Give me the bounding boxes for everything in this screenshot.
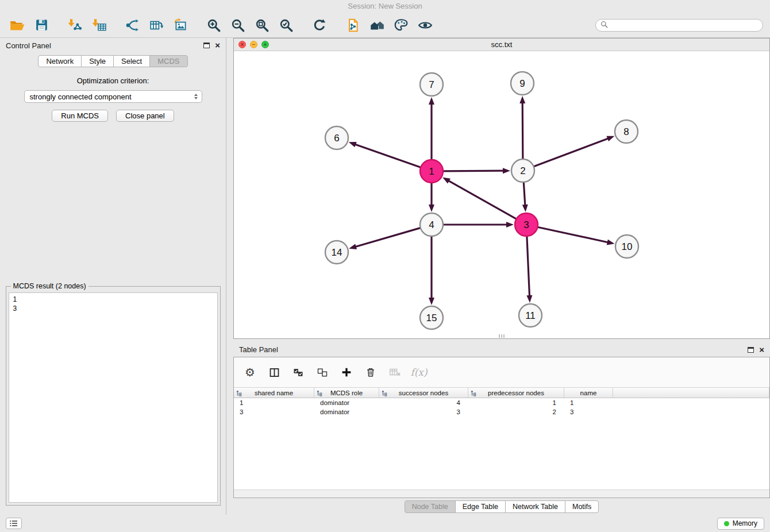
main-area: Control Panel × Network Style Select MCD… <box>0 38 770 515</box>
network-canvas[interactable]: 7968124314101511 <box>234 51 769 338</box>
graph-node-label: 2 <box>520 165 525 176</box>
graph-node-label: 7 <box>429 79 434 90</box>
table-cell: 3 <box>234 407 314 417</box>
graph-edge-arrowhead <box>429 298 434 305</box>
zoom-selected-icon[interactable] <box>276 16 297 35</box>
tab-node-table[interactable]: Node Table <box>405 500 456 513</box>
search-input[interactable] <box>611 21 758 29</box>
close-panel-icon[interactable]: × <box>215 42 220 49</box>
tab-network-table[interactable]: Network Table <box>505 500 565 513</box>
table-cell: 3 <box>379 407 468 417</box>
window-title: Session: New Session <box>348 2 422 10</box>
window-close-icon[interactable]: × <box>238 41 246 48</box>
graph-edge-2-9[interactable] <box>522 102 523 159</box>
mcds-result-groupbox: MCDS result (2 nodes) 13 <box>6 286 221 506</box>
table-panel-header: Table Panel × <box>233 342 770 357</box>
tab-mcds[interactable]: MCDS <box>149 55 187 67</box>
task-history-list-icon[interactable] <box>6 518 22 529</box>
criterion-selected-value: strongly connected component <box>30 92 132 101</box>
apply-preferred-layout-icon[interactable] <box>309 16 330 35</box>
graph-edge-3-10[interactable] <box>538 227 609 242</box>
new-table-from-network-icon[interactable] <box>146 16 167 35</box>
title-bar: Session: New Session <box>0 0 770 13</box>
column-header-mcds-role[interactable]: MCDS role <box>314 388 379 398</box>
tab-edge-table[interactable]: Edge Table <box>455 500 506 513</box>
column-header-shared-name[interactable]: shared name <box>234 388 314 398</box>
mcds-result-list: 13 <box>9 292 218 503</box>
graph-edge-arrowhead <box>522 205 528 212</box>
unselect-all-columns-icon[interactable] <box>315 365 329 379</box>
graph-node-label: 4 <box>429 219 434 230</box>
new-network-from-selection-icon[interactable] <box>122 16 143 35</box>
search-icon <box>600 20 608 30</box>
graph-edge-4-14[interactable] <box>355 228 420 247</box>
graph-edge-arrowhead <box>606 136 614 141</box>
import-table-from-file-icon[interactable] <box>88 16 109 35</box>
graph-edge-arrowhead <box>519 96 525 103</box>
table-cell: 1 <box>234 398 314 407</box>
tab-network[interactable]: Network <box>38 55 82 67</box>
graph-edge-1-6[interactable] <box>355 144 420 167</box>
graph-node-label: 9 <box>519 78 525 89</box>
zoom-out-icon[interactable] <box>228 16 248 35</box>
float-table-panel-icon[interactable] <box>748 347 754 353</box>
table-row[interactable]: 3dominator323 <box>234 407 769 417</box>
table-cell: 4 <box>379 398 468 407</box>
graph-edge-arrowhead <box>442 178 451 184</box>
graph-edge-2-8[interactable] <box>534 138 609 167</box>
zoom-fit-icon[interactable] <box>252 16 272 35</box>
criterion-select[interactable]: strongly connected component <box>24 90 202 103</box>
tab-select[interactable]: Select <box>113 55 150 67</box>
select-all-columns-icon[interactable] <box>291 365 305 379</box>
run-mcds-button[interactable]: Run MCDS <box>52 110 108 122</box>
graph-edge-2-3[interactable] <box>523 183 525 206</box>
table-cell-filler <box>613 407 769 417</box>
export-image-icon[interactable] <box>170 16 191 35</box>
search-box[interactable] <box>595 19 763 32</box>
node-table-rows: 1dominator4113dominator323 <box>234 398 769 489</box>
style-brush-icon[interactable] <box>391 16 411 35</box>
close-table-panel-icon[interactable]: × <box>759 346 764 353</box>
network-window-titlebar: × − + scc.txt <box>234 38 769 51</box>
optimization-criterion-label: Optimization criterion: <box>77 76 149 85</box>
column-header-predecessor-nodes[interactable]: predecessor nodes <box>468 388 564 398</box>
control-panel: Control Panel × Network Style Select MCD… <box>0 38 226 515</box>
result-line: 1 <box>13 295 213 304</box>
window-minimize-icon[interactable]: − <box>250 41 257 48</box>
function-builder-icon[interactable]: f(x) <box>412 365 426 379</box>
zoom-in-icon[interactable] <box>203 16 224 35</box>
table-horizontal-scrollbar[interactable] <box>234 489 769 498</box>
table-cell: 1 <box>564 398 613 407</box>
create-column-plus-icon[interactable] <box>340 365 353 379</box>
network-window: × − + scc.txt 7968124314101511 <box>233 38 770 339</box>
graph-node-label: 3 <box>523 219 529 230</box>
save-session-icon[interactable] <box>31 16 52 35</box>
network-window-title: scc.txt <box>234 40 769 49</box>
window-zoom-icon[interactable]: + <box>261 41 269 48</box>
column-header-filler <box>613 388 769 398</box>
tab-style[interactable]: Style <box>81 55 114 67</box>
open-file-icon[interactable] <box>7 16 28 35</box>
graph-edge-3-1[interactable] <box>448 180 516 218</box>
delete-table-icon[interactable] <box>388 365 402 379</box>
result-line: 3 <box>13 304 213 313</box>
table-row[interactable]: 1dominator411 <box>234 398 769 407</box>
memory-label: Memory <box>733 519 757 527</box>
import-network-from-file-icon[interactable] <box>64 16 85 35</box>
home-icon[interactable] <box>367 16 387 35</box>
tab-motifs[interactable]: Motifs <box>565 500 599 513</box>
resize-handle[interactable] <box>499 334 505 338</box>
column-header-successor-nodes[interactable]: successor nodes <box>379 388 468 398</box>
show-hide-eye-icon[interactable] <box>415 16 436 35</box>
graph-edge-3-11[interactable] <box>527 237 530 296</box>
table-cell: 1 <box>468 398 564 407</box>
column-header-name[interactable]: name <box>564 388 613 398</box>
close-panel-button[interactable]: Close panel <box>116 110 174 122</box>
graph-edge-1-2[interactable] <box>444 171 504 171</box>
memory-button[interactable]: Memory <box>717 518 764 530</box>
float-panel-icon[interactable] <box>203 43 210 48</box>
table-settings-gear-icon[interactable]: ⚙ <box>243 365 257 379</box>
show-columns-icon[interactable] <box>267 365 281 379</box>
network-file-share-icon[interactable] <box>342 16 363 35</box>
delete-column-trash-icon[interactable] <box>364 365 378 379</box>
